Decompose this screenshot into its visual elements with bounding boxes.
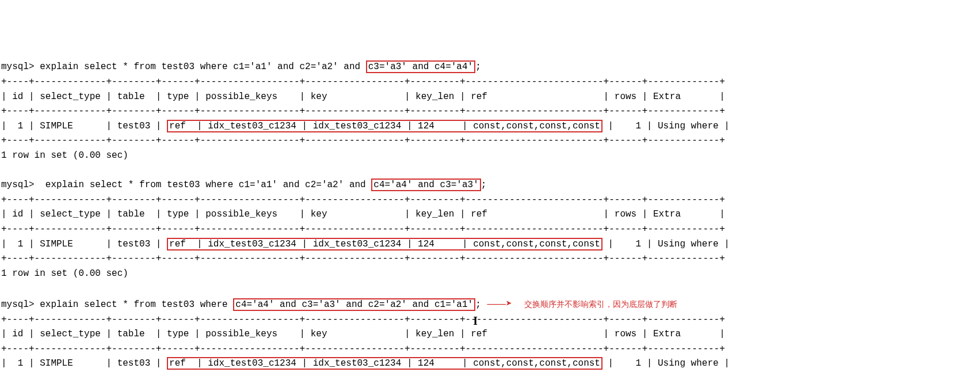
row-highlight-box: ref | idx_test03_c1234 | idx_test03_c123… xyxy=(167,357,603,370)
row-highlight-box: ref | idx_test03_c1234 | idx_test03_c123… xyxy=(167,238,603,250)
table-border: +----+-------------+--------+------+----… xyxy=(1,135,725,146)
query-highlight-box: c4='a4' and c3='a3' and c2='a2' and c1='… xyxy=(233,298,475,311)
query-text: ; xyxy=(475,299,481,310)
arrow-right-icon: ———➤ xyxy=(481,298,525,310)
table-header: | id | select_type | table | type | poss… xyxy=(1,209,725,219)
query-highlight-box: c3='a3' and c4='a4' xyxy=(366,60,475,73)
table-border: +----+-------------+--------+------+----… xyxy=(1,224,725,234)
query-text: explain select * from test03 where c1='a… xyxy=(45,180,372,190)
table-row: | 1 | Using where | xyxy=(603,121,730,131)
terminal-output: mysql> explain select * from test03 wher… xyxy=(1,60,979,372)
table-row: | 1 | SIMPLE | test03 | xyxy=(1,358,167,369)
table-row: | 1 | SIMPLE | test03 | xyxy=(1,121,167,131)
table-header: | id | select_type | table | type | poss… xyxy=(1,92,725,102)
query-text: explain select * from test03 where c1='a… xyxy=(40,62,366,72)
row-highlight-box: ref | idx_test03_c1234 | idx_test03_c123… xyxy=(167,120,603,132)
table-border: +----+-------------+--------+------+----… xyxy=(1,77,725,87)
table-border: +----+-------------+--------+------+----… xyxy=(1,253,725,264)
table-row: | 1 | Using where | xyxy=(603,358,730,369)
mysql-prompt: mysql> xyxy=(1,299,40,310)
query-text: ; xyxy=(475,62,481,72)
table-row: | 1 | Using where | xyxy=(603,239,730,249)
table-border: +----+-------------+--------+------+----… xyxy=(1,106,725,116)
table-border: +----+-------------+--------+------+----… xyxy=(1,314,725,325)
mysql-prompt: mysql> xyxy=(1,180,45,190)
query-text: ; xyxy=(481,180,487,190)
result-footer: 1 row in set (0.00 sec) xyxy=(1,150,128,161)
table-border: +----+-------------+--------+------+----… xyxy=(1,344,725,354)
result-footer: 1 row in set (0.00 sec) xyxy=(1,268,128,279)
mysql-prompt: mysql> xyxy=(1,62,40,72)
table-border: +----+-------------+--------+------+----… xyxy=(1,195,725,205)
query-text: explain select * from test03 where xyxy=(40,299,233,310)
annotation-text: 交换顺序并不影响索引，因为底层做了判断 xyxy=(524,299,677,309)
table-row: | 1 | SIMPLE | test03 | xyxy=(1,239,167,249)
table-header: | id | select_type | table | type | poss… xyxy=(1,329,725,339)
query-highlight-box: c4='a4' and c3='a3' xyxy=(371,179,481,191)
